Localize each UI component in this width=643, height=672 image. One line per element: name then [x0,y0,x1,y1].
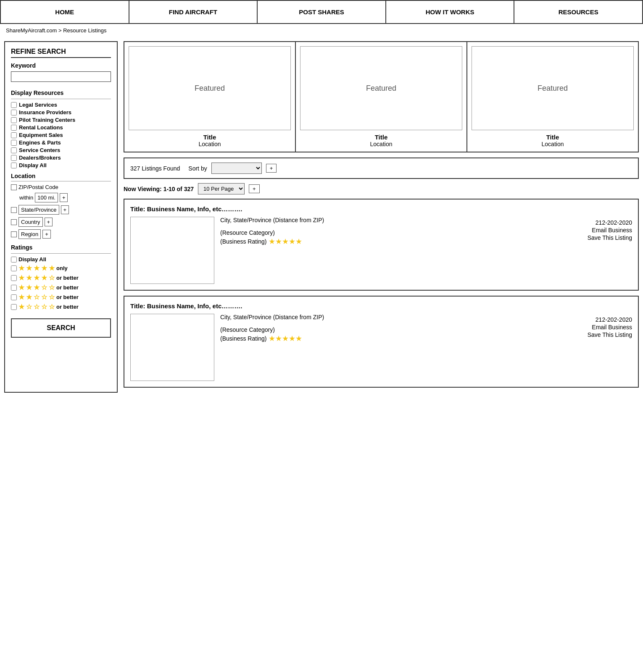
category-label: Equipment Sales [19,132,63,138]
rating-label: (Business Rating) [220,238,267,245]
rating-label: or better [56,284,79,291]
rating-checkbox[interactable] [11,265,17,271]
categories-list: Legal Services Insurance Providers Pilot… [11,102,111,168]
rating-label: only [56,265,68,271]
featured-title: Title [300,134,462,141]
nav-find-aircraft[interactable]: FIND AIRCRAFT [129,1,258,23]
category-label: Insurance Providers [19,109,71,116]
star-icon: ★ [18,284,24,291]
save-listing-link[interactable]: Save This Listing [588,331,632,338]
featured-image: Featured [472,46,634,130]
region-input[interactable]: Region [18,229,41,239]
rating-checkbox[interactable] [11,285,17,291]
listings-count: 327 Listings Found [130,165,180,172]
email-business-link[interactable]: Email Business [588,324,632,331]
listing-contact: 212-202-2020 Email Business Save This Li… [588,316,632,381]
rating-item[interactable]: ★★★☆☆ or better [11,284,111,291]
per-page-select[interactable]: 10 Per Page [198,183,245,194]
category-checkbox[interactable] [11,110,17,116]
listing-location: City, State/Province (Distance from ZIP) [220,217,582,223]
featured-location: Location [300,141,462,147]
star-icon: ☆ [41,284,47,291]
breadcrumb: ShareMyAircraft.com > Resource Listings [0,24,643,37]
star-icon: ★ [41,274,47,282]
category-checkbox[interactable] [11,117,17,123]
category-item[interactable]: Service Centers [11,147,111,153]
listing-info: City, State/Province (Distance from ZIP)… [220,217,582,284]
rating-item[interactable]: ★★★★☆ or better [11,274,111,282]
star-icon: ☆ [49,293,55,301]
rating-checkbox[interactable] [11,304,17,310]
within-value[interactable]: 100 mi. [35,193,58,202]
category-checkbox[interactable] [11,140,17,146]
region-checkbox-icon [11,231,17,237]
listing-card: Title: Business Name, Info, etc………. City… [124,199,639,291]
category-label: Rental Locations [19,124,63,131]
star-icon: ★ [18,303,24,311]
nav-how-it-works[interactable]: HOW IT WORKS [386,1,515,23]
star-icon: ★ [18,264,24,272]
category-item[interactable]: Rental Locations [11,124,111,131]
sort-plus-btn[interactable]: + [266,164,277,173]
category-item[interactable]: Equipment Sales [11,132,111,138]
category-item[interactable]: Pilot Training Centers [11,117,111,123]
category-item[interactable]: Legal Services [11,102,111,108]
save-listing-link[interactable]: Save This Listing [588,234,632,241]
keyword-input[interactable] [11,71,111,82]
category-checkbox[interactable] [11,147,17,153]
category-checkbox[interactable] [11,102,17,108]
sort-select[interactable] [211,163,262,174]
sidebar: REFINE SEARCH Keyword Display Resources … [4,41,118,393]
featured-card: Featured Title Location [467,42,638,152]
region-plus-btn[interactable]: + [42,230,51,239]
rating-checkbox[interactable] [11,294,17,300]
nav-home[interactable]: HOME [1,1,129,23]
country-input[interactable]: Country [18,217,43,227]
category-item[interactable]: Insurance Providers [11,109,111,116]
search-button[interactable]: SEARCH [11,318,111,338]
country-plus-btn[interactable]: + [45,218,53,226]
rating-item[interactable]: ★★★★★ only [11,264,111,272]
display-resources-label: Display Resources [11,89,111,96]
listing-phone: 212-202-2020 [588,219,632,226]
per-page-plus-btn[interactable]: + [249,184,260,193]
listing-title: Title: Business Name, Info, etc………. [130,205,632,213]
star-icon: ★ [26,284,32,291]
category-item[interactable]: Display All [11,162,111,168]
category-label: Pilot Training Centers [19,117,75,123]
listings-container: Title: Business Name, Info, etc………. City… [124,199,639,388]
category-label: Service Centers [19,147,60,153]
star-icon: ★ [49,264,55,272]
category-item[interactable]: Engines & Parts [11,139,111,146]
star-icon: ★ [34,264,40,272]
ratings-section: Ratings Display All ★★★★★ only ★★★★☆ or … [11,244,111,311]
featured-title: Title [129,134,291,141]
refine-search-title: REFINE SEARCH [11,48,111,58]
rating-stars: ★★★★★ [269,237,302,246]
listing-rating: (Business Rating) ★★★★★ [220,334,582,343]
rating-item[interactable]: Display All [11,256,111,262]
rating-label: or better [56,294,79,300]
state-input[interactable]: State/Province [18,205,59,215]
category-checkbox[interactable] [11,163,17,168]
listing-image [130,217,214,284]
rating-checkbox[interactable] [11,257,17,262]
category-checkbox[interactable] [11,155,17,161]
category-item[interactable]: Dealers/Brokers [11,155,111,161]
region-row: Region + [11,229,111,239]
within-plus-btn[interactable]: + [60,193,68,202]
listing-image [130,314,214,381]
category-checkbox[interactable] [11,125,17,131]
state-plus-btn[interactable]: + [61,205,69,214]
nav-resources[interactable]: RESOURCES [514,1,642,23]
star-icon: ★ [41,264,47,272]
email-business-link[interactable]: Email Business [588,227,632,234]
rating-item[interactable]: ★★☆☆☆ or better [11,293,111,301]
rating-item[interactable]: ★☆☆☆☆ or better [11,303,111,311]
nav-post-shares[interactable]: POST SHARES [258,1,386,23]
listing-category: (Resource Category) [220,326,582,333]
listing-category: (Resource Category) [220,229,582,236]
category-checkbox[interactable] [11,132,17,138]
zip-label: ZIP/Postal Code [18,184,58,190]
rating-checkbox[interactable] [11,275,17,281]
